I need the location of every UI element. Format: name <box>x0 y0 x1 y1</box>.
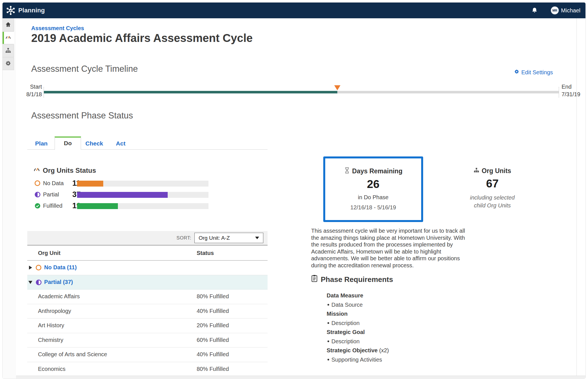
sidebar-item-org-units[interactable] <box>3 44 14 57</box>
breadcrumb[interactable]: Assessment Cycles <box>31 25 84 32</box>
org-units-card[interactable]: Org Units 67 including selected child Or… <box>440 158 544 209</box>
tab-act[interactable]: Act <box>107 138 134 149</box>
user-name[interactable]: Michael <box>561 7 580 14</box>
timeline-end-labels: End 7/31/19 <box>562 83 586 98</box>
notifications-bell-icon[interactable] <box>531 7 538 14</box>
timeline-start-labels: Start 8/1/18 <box>16 83 42 98</box>
days-remaining-card[interactable]: Days Remaining 26 in Do Phase 12/16/18 -… <box>323 156 423 222</box>
status-bar-fill <box>77 192 168 198</box>
planning-logo-icon <box>6 6 15 15</box>
phase-status-heading: Assessment Phase Status <box>31 111 133 121</box>
org-unit-status: 80% Fulfilled <box>197 293 229 300</box>
status-label: No Data <box>43 180 64 187</box>
requirement-title: Strategic Objective (x2) <box>327 346 389 355</box>
sort-dropdown[interactable]: Org Unit: A-Z <box>194 233 263 243</box>
main-content: Assessment Cycles 2019 Academic Affairs … <box>16 18 585 378</box>
status-bar-fill <box>77 203 118 209</box>
scrollbar-track-horizontal[interactable] <box>16 376 585 378</box>
status-bar-chart: No Data11Partial37Fulfilled19 <box>27 180 268 213</box>
org-unit-status: 80% Fulfilled <box>197 366 229 372</box>
partial-status-icon <box>35 192 41 198</box>
gear-icon <box>5 60 11 68</box>
status-bar-track <box>77 203 208 209</box>
top-navbar: Planning MR Michael <box>3 3 585 18</box>
status-bar-fill <box>77 181 103 187</box>
edit-settings-label: Edit Settings <box>521 69 553 76</box>
group-row[interactable]: Partial (37) <box>27 275 268 290</box>
status-row-no-data: No Data11 <box>27 180 268 187</box>
table-row[interactable]: Anthropology40% Fulfilled <box>27 304 268 319</box>
timeline-end-date: 7/31/19 <box>562 91 586 98</box>
requirement-bullet: Description <box>327 319 389 328</box>
cycle-description: This assessment cycle will be very impor… <box>311 227 466 269</box>
gauge-icon <box>33 166 40 175</box>
org-unit-status: 20% Fulfilled <box>197 322 229 329</box>
sidebar-item-home[interactable] <box>3 19 14 31</box>
org-chart-icon <box>473 167 479 175</box>
fulfilled-status-icon <box>35 203 41 209</box>
no-data-status-icon <box>36 265 42 271</box>
column-header-org-unit: Org Unit <box>38 250 60 256</box>
clipboard-icon <box>311 275 318 284</box>
days-remaining-value: 26 <box>325 178 421 190</box>
org-units-value: 67 <box>440 177 544 190</box>
org-units-table: No Data (11)Partial (37)Academic Affairs… <box>27 261 268 376</box>
requirement-bullet: Supporting Activities <box>327 355 389 364</box>
partial-status-icon <box>36 279 42 285</box>
sidebar-item-settings[interactable] <box>3 57 14 70</box>
tab-plan[interactable]: Plan <box>28 138 55 149</box>
timeline-start-label: Start <box>16 83 42 91</box>
org-chart-icon <box>5 47 11 55</box>
org-unit-status: 40% Fulfilled <box>197 351 229 358</box>
check-circle-icon <box>35 203 41 209</box>
home-icon <box>5 21 11 29</box>
table-row[interactable]: Chemistry60% Fulfilled <box>27 333 268 348</box>
left-sidebar <box>3 18 16 378</box>
group-row[interactable]: No Data (11) <box>27 261 268 275</box>
days-remaining-title: Days Remaining <box>352 167 403 175</box>
chevron-down-icon <box>255 237 259 239</box>
table-row[interactable]: Academic Affairs80% Fulfilled <box>27 290 268 304</box>
timeline-progress-fill <box>44 91 337 93</box>
timeline-end-tick <box>559 87 559 98</box>
org-units-note: including selected child Org Units <box>440 194 544 209</box>
org-units-title: Org Units <box>482 167 511 175</box>
timeline-today-marker <box>334 85 340 90</box>
collapse-caret-icon[interactable] <box>28 281 32 284</box>
requirement-suffix: (x2) <box>378 347 389 353</box>
tab-do[interactable]: Do <box>55 136 81 150</box>
org-unit-name: Chemistry <box>38 337 63 343</box>
scrollbar-track-vertical[interactable] <box>576 18 577 376</box>
days-remaining-dates: 12/16/18 - 5/16/19 <box>325 204 421 211</box>
expand-caret-icon[interactable] <box>29 266 32 270</box>
timeline-track <box>44 91 559 93</box>
days-remaining-phase: in Do Phase <box>325 194 421 201</box>
table-row[interactable]: Art History20% Fulfilled <box>27 319 268 333</box>
requirement-title: Data Measure <box>327 291 389 300</box>
tab-check[interactable]: Check <box>81 138 107 149</box>
edit-settings-link[interactable]: Edit Settings <box>514 69 553 76</box>
requirement-title: Strategic Goal <box>327 328 389 337</box>
requirement-bullet: Description <box>327 337 389 346</box>
org-units-title-row: Org Units <box>440 167 544 175</box>
table-row[interactable]: College of Arts and Science40% Fulfilled <box>27 348 268 362</box>
table-row[interactable]: Economics80% Fulfilled <box>27 362 268 377</box>
org-units-status-title: Org Units Status <box>43 167 96 174</box>
requirement-bullet: Data Source <box>327 300 389 310</box>
timeline-heading: Assessment Cycle Timeline <box>31 64 138 74</box>
org-unit-name: Economics <box>38 366 66 372</box>
status-row-fulfilled: Fulfilled19 <box>27 202 268 210</box>
group-label: No Data (11) <box>44 264 77 271</box>
sort-label: SORT: <box>176 235 191 241</box>
sidebar-item-dashboard[interactable] <box>3 32 14 44</box>
phase-requirements-list: Data MeasureData SourceMissionDescriptio… <box>327 291 389 364</box>
open-circle-icon <box>36 265 41 270</box>
page-title: 2019 Academic Affairs Assessment Cycle <box>31 32 253 44</box>
half-circle-icon <box>36 279 42 285</box>
status-bar-track <box>77 192 208 198</box>
status-label: Fulfilled <box>43 203 62 209</box>
org-unit-name: Anthropology <box>38 308 71 314</box>
open-circle-icon <box>35 180 40 186</box>
org-unit-status: 40% Fulfilled <box>197 308 229 314</box>
user-avatar[interactable]: MR <box>551 6 559 14</box>
